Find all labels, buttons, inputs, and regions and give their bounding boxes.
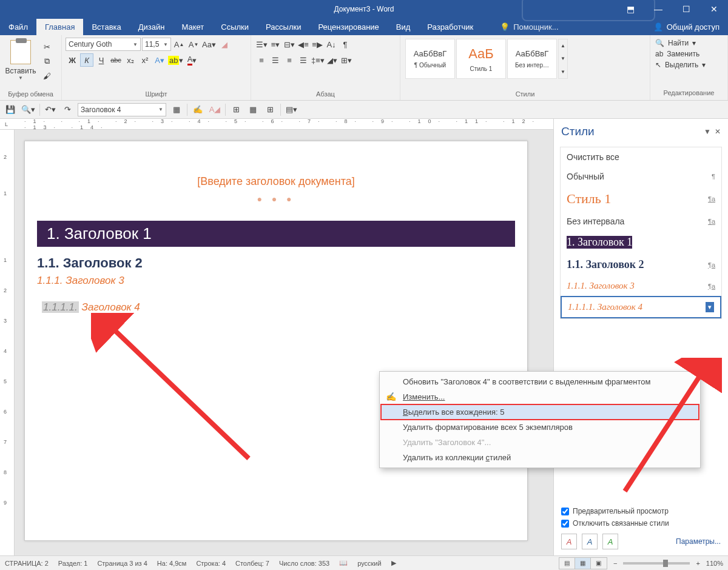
style-list-item[interactable]: Без интервала¶a bbox=[561, 212, 721, 231]
italic-button[interactable]: К bbox=[80, 53, 93, 67]
close-button[interactable]: ✕ bbox=[700, 0, 728, 18]
numbering-button[interactable]: ≡▾ bbox=[269, 38, 282, 51]
heading-2[interactable]: 1.1. Заголовок 2 bbox=[37, 255, 515, 271]
status-page[interactable]: СТРАНИЦА: 2 bbox=[5, 560, 49, 567]
minimize-button[interactable]: — bbox=[644, 0, 672, 18]
status-words[interactable]: Число слов: 353 bbox=[279, 560, 329, 567]
tab-home[interactable]: Главная bbox=[36, 19, 83, 35]
pane-options-icon[interactable]: ▼ bbox=[704, 127, 711, 136]
status-page-of[interactable]: Страница 3 из 4 bbox=[97, 560, 147, 567]
status-lang[interactable]: русский bbox=[357, 560, 381, 567]
disable-linked-input[interactable] bbox=[561, 520, 569, 528]
ctx-remove-from-gallery[interactable]: Удалить из коллекции стилей bbox=[381, 450, 699, 465]
slider-thumb[interactable] bbox=[663, 560, 668, 567]
bullets-button[interactable]: ☰▾ bbox=[255, 38, 268, 51]
style-list-item[interactable]: Обычный¶ bbox=[561, 167, 721, 186]
find-qat-button[interactable]: 🔍▾ bbox=[21, 103, 36, 116]
bold-button[interactable]: Ж bbox=[66, 53, 79, 67]
strike-button[interactable]: abc bbox=[109, 53, 123, 67]
ribbon-options-button[interactable]: ⬒ bbox=[616, 0, 644, 18]
tell-me-help[interactable]: 💡Помощник... bbox=[494, 19, 564, 35]
tab-mailings[interactable]: Рассылки bbox=[257, 19, 309, 35]
underline-button[interactable]: Ч bbox=[95, 53, 108, 67]
status-macro-icon[interactable]: ▶ bbox=[391, 559, 396, 567]
heading-1[interactable]: 1. Заголовок 1 bbox=[37, 221, 515, 247]
zoom-in-button[interactable]: + bbox=[696, 560, 699, 567]
line-spacing-button[interactable]: ‡≡▾ bbox=[311, 53, 325, 67]
doc-title-placeholder[interactable]: [Введите заголовок документа] bbox=[25, 175, 527, 188]
replace-button[interactable]: abЗаменить bbox=[655, 49, 723, 59]
qat-btn-2[interactable]: ✍ bbox=[191, 103, 204, 116]
preview-checkbox[interactable]: Предварительный просмотр bbox=[561, 507, 721, 515]
tab-review[interactable]: Рецензирование bbox=[309, 19, 387, 35]
qat-btn-7[interactable]: ▤▾ bbox=[285, 103, 298, 116]
clear-formatting-button[interactable]: ◢ bbox=[218, 38, 231, 51]
tab-references[interactable]: Ссылки bbox=[212, 19, 257, 35]
font-size-select[interactable]: 11,5▼ bbox=[142, 38, 171, 51]
style-inspector-button[interactable]: A bbox=[582, 534, 598, 549]
zoom-out-button[interactable]: − bbox=[613, 560, 617, 567]
style-item-normal[interactable]: АаБбВвГ¶ Обычный bbox=[405, 39, 455, 79]
style-item-nospace[interactable]: АаБбВвГБез интер… bbox=[507, 39, 557, 79]
ctx-select-all-instances[interactable]: Выделить все вхождения: 5 bbox=[381, 404, 699, 420]
style-list-item[interactable]: 1. Заголовок 1¶a bbox=[561, 231, 721, 253]
find-button[interactable]: 🔍Найти ▾ bbox=[655, 38, 723, 49]
redo-button[interactable]: ↷ bbox=[61, 103, 74, 116]
ctx-remove-formatting[interactable]: Удалить форматирование всех 5 экземпляро… bbox=[381, 420, 699, 435]
show-marks-button[interactable]: ¶ bbox=[339, 38, 352, 51]
qat-btn-4[interactable]: ⊞ bbox=[229, 103, 243, 116]
style-list-item[interactable]: 1.1. Заголовок 2¶a bbox=[561, 253, 721, 276]
share-button[interactable]: 👤Общий доступ bbox=[645, 19, 728, 35]
disable-linked-checkbox[interactable]: Отключить связанные стили bbox=[561, 519, 721, 528]
justify-button[interactable]: ☰ bbox=[297, 53, 310, 67]
cut-button[interactable]: ✂ bbox=[40, 40, 53, 53]
clear-all-item[interactable]: Очистить все bbox=[561, 147, 721, 167]
qat-btn-6[interactable]: ⊞ bbox=[263, 103, 277, 116]
document-page[interactable]: [Введите заголовок документа] ● ● ● 1. З… bbox=[24, 141, 528, 541]
style-list-item-selected[interactable]: 1.1.1.1. Заголовок 4▾ bbox=[561, 296, 721, 318]
qat-btn-5[interactable]: ▦ bbox=[246, 103, 260, 116]
horizontal-ruler[interactable]: L ·1· · ·1· ·2· ·3· ·4· ·5· ·6· ·7· ·8· … bbox=[0, 119, 553, 130]
shrink-font-button[interactable]: A▼ bbox=[187, 38, 200, 51]
style-select[interactable]: Заголовок 4▼ bbox=[78, 103, 166, 116]
close-icon[interactable]: ✕ bbox=[715, 127, 721, 136]
copy-button[interactable]: ⧉ bbox=[40, 55, 53, 68]
tab-layout[interactable]: Макет bbox=[173, 19, 212, 35]
view-web-button[interactable]: ▣ bbox=[591, 558, 607, 569]
highlight-button[interactable]: ab▾ bbox=[167, 53, 184, 67]
new-style-button[interactable]: A bbox=[561, 534, 577, 549]
style-item-style1[interactable]: АаБСтиль 1 bbox=[456, 39, 506, 79]
select-button[interactable]: ↖Выделить ▾ bbox=[655, 59, 723, 70]
align-center-button[interactable]: ☰ bbox=[269, 53, 282, 67]
tab-view[interactable]: Вид bbox=[388, 19, 419, 35]
tab-file[interactable]: Файл bbox=[0, 19, 36, 35]
options-link[interactable]: Параметры... bbox=[676, 537, 721, 546]
format-painter-button[interactable]: 🖌 bbox=[40, 69, 53, 82]
multilevel-button[interactable]: ⊟▾ bbox=[283, 38, 296, 51]
zoom-level[interactable]: 110% bbox=[706, 560, 723, 567]
style-list-item[interactable]: Стиль 1¶a bbox=[561, 186, 721, 212]
status-section[interactable]: Раздел: 1 bbox=[58, 560, 88, 567]
styles-gallery[interactable]: АаБбВвГ¶ Обычный АаБСтиль 1 АаБбВвГБез и… bbox=[404, 38, 646, 80]
grow-font-button[interactable]: A▲ bbox=[172, 38, 186, 51]
subscript-button[interactable]: x₂ bbox=[124, 53, 137, 67]
paste-button[interactable]: Вставить ▼ bbox=[4, 38, 38, 82]
manage-styles-button[interactable]: A bbox=[602, 534, 618, 549]
status-proofing-icon[interactable]: 📖 bbox=[339, 559, 348, 567]
tab-developer[interactable]: Разработчик bbox=[419, 19, 482, 35]
sort-button[interactable]: A↓ bbox=[325, 38, 338, 51]
zoom-slider[interactable] bbox=[623, 562, 690, 565]
tab-design[interactable]: Дизайн bbox=[130, 19, 174, 35]
align-left-button[interactable]: ≡ bbox=[255, 53, 268, 67]
borders-button[interactable]: ⊞▾ bbox=[340, 53, 353, 67]
style-list-item[interactable]: 1.1.1. Заголовок 3¶a bbox=[561, 276, 721, 296]
preview-check-input[interactable] bbox=[561, 508, 569, 515]
font-name-select[interactable]: Century Goth▼ bbox=[66, 38, 141, 51]
decrease-indent-button[interactable]: ◀≡ bbox=[297, 38, 310, 51]
heading-4[interactable]: 1.1.1.1. Заголовок 4 bbox=[42, 301, 515, 314]
qat-btn-3[interactable]: A◢ bbox=[208, 103, 221, 116]
font-color-button[interactable]: A▾ bbox=[185, 53, 198, 67]
maximize-button[interactable]: ☐ bbox=[672, 0, 700, 18]
gallery-scroll[interactable]: ▲▼▼ bbox=[558, 39, 568, 79]
superscript-button[interactable]: x² bbox=[138, 53, 152, 67]
